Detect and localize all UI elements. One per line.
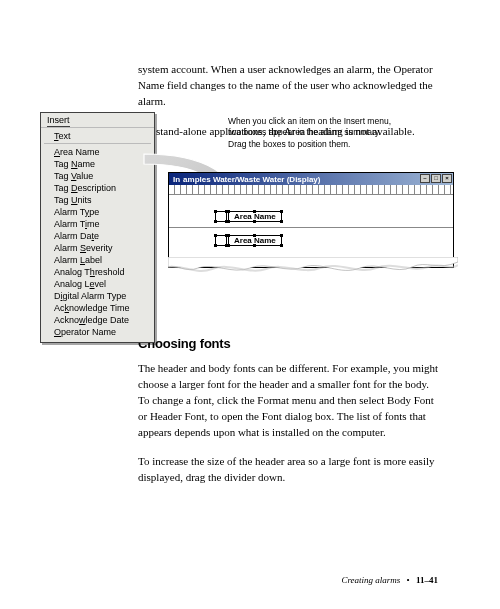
window-titlebar[interactable]: In amples Water/Waste Water (Display) – … <box>169 173 453 185</box>
menu-item-operator-name[interactable]: Operator Name <box>44 326 151 338</box>
ruler <box>169 185 453 195</box>
maximize-icon[interactable]: □ <box>431 174 441 183</box>
window-title: amples Water/Waste Water (Display) <box>183 175 320 184</box>
menu-item-ack-time[interactable]: Acknowledge Time <box>44 302 151 314</box>
body-box-pair[interactable]: Area Name <box>215 235 282 246</box>
section-heading-choosing-fonts: Choosing fonts <box>138 336 440 351</box>
close-icon[interactable]: × <box>442 174 452 183</box>
menu-item-analog-threshold[interactable]: Analog Threshold <box>44 266 151 278</box>
footer-page-number: 11–41 <box>416 575 438 585</box>
menu-item-alarm-time[interactable]: Alarm Time <box>44 218 151 230</box>
body-label-box[interactable]: Area Name <box>228 235 282 246</box>
footer-sep: • <box>407 575 410 585</box>
small-body-label-box[interactable] <box>215 235 227 246</box>
page-footer: Creating alarms • 11–41 <box>341 575 438 585</box>
paragraph-4: To increase the size of the header area … <box>138 454 440 486</box>
display-window: In amples Water/Waste Water (Display) – … <box>168 172 454 268</box>
menu-item-alarm-type[interactable]: Alarm Type <box>44 206 151 218</box>
menu-item-digital-alarm-type[interactable]: Digital Alarm Type <box>44 290 151 302</box>
menu-item-tag-value[interactable]: Tag Value <box>44 170 151 182</box>
menu-item-alarm-label[interactable]: Alarm Label <box>44 254 151 266</box>
menu-item-alarm-date[interactable]: Alarm Date <box>44 230 151 242</box>
menu-title: Insert <box>41 113 154 128</box>
menu-item-area-name[interactable]: Area Name <box>44 146 151 158</box>
menu-item-tag-description[interactable]: Tag Description <box>44 182 151 194</box>
small-header-label-box[interactable] <box>215 211 227 222</box>
paragraph-3: The header and body fonts can be differe… <box>138 361 440 441</box>
header-label-box[interactable]: Area Name <box>228 211 282 222</box>
menu-item-ack-date[interactable]: Acknowledge Date <box>44 314 151 326</box>
insert-menu[interactable]: Insert Text Area Name Tag Name Tag Value… <box>40 112 155 343</box>
menu-items-container: Text Area Name Tag Name Tag Value Tag De… <box>41 128 154 342</box>
figure: Insert Text Area Name Tag Name Tag Value… <box>40 112 454 292</box>
menu-item-analog-level[interactable]: Analog Level <box>44 278 151 290</box>
minimize-icon[interactable]: – <box>420 174 430 183</box>
menu-item-tag-name[interactable]: Tag Name <box>44 158 151 170</box>
menu-item-tag-units[interactable]: Tag Units <box>44 194 151 206</box>
header-box-pair[interactable]: Area Name <box>215 211 282 222</box>
menu-item-alarm-severity[interactable]: Alarm Severity <box>44 242 151 254</box>
paragraph-1: system account. When a user acknowledges… <box>138 62 440 110</box>
torn-edge <box>168 257 458 275</box>
footer-chapter: Creating alarms <box>341 575 400 585</box>
menu-item-text[interactable]: Text <box>44 130 151 144</box>
